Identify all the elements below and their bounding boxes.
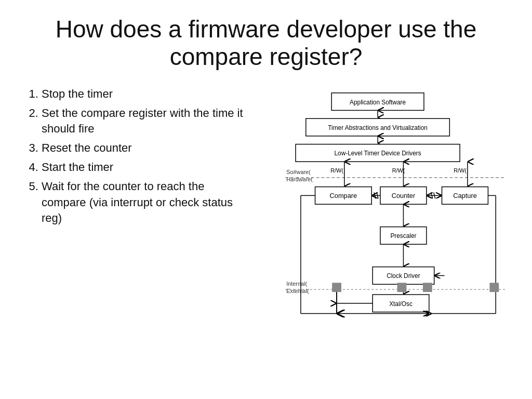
step-item-5: Wait for the counter to reach the compar… bbox=[42, 179, 244, 227]
slide: How does a firmware developer use the co… bbox=[0, 0, 532, 399]
svg-text:R/W(: R/W( bbox=[454, 167, 467, 174]
svg-text:Clock Driver: Clock Driver bbox=[387, 272, 420, 280]
svg-rect-50 bbox=[397, 283, 407, 292]
left-panel: Stop the timerSet the compare register w… bbox=[26, 86, 244, 230]
svg-text:Xtal/Osc: Xtal/Osc bbox=[389, 300, 413, 308]
svg-text:External(: External( bbox=[286, 288, 309, 294]
svg-text:Hardware(: Hardware( bbox=[286, 176, 313, 182]
svg-rect-48 bbox=[332, 283, 341, 292]
svg-rect-51 bbox=[423, 283, 432, 292]
step-item-2: Set the compare register with the time i… bbox=[42, 105, 244, 138]
content-area: Stop the timerSet the compare register w… bbox=[26, 86, 506, 336]
svg-text:Prescaler: Prescaler bbox=[390, 232, 416, 240]
svg-text:So#ware(: So#ware( bbox=[286, 169, 311, 175]
slide-title: How does a firmware developer use the co… bbox=[26, 16, 506, 71]
step-item-3: Reset the counter bbox=[42, 140, 244, 156]
svg-text:Low-Level Timer Device Drivers: Low-Level Timer Device Drivers bbox=[334, 150, 421, 157]
svg-text:Compare: Compare bbox=[329, 192, 357, 200]
svg-rect-52 bbox=[489, 283, 499, 292]
svg-text:Counter: Counter bbox=[392, 192, 416, 200]
step-item-1: Stop the timer bbox=[42, 86, 244, 102]
svg-text:Application Software: Application Software bbox=[350, 98, 406, 105]
svg-text:Timer Abstractions and Virtual: Timer Abstractions and Virtualization bbox=[328, 124, 428, 131]
step-item-4: Start the timer bbox=[42, 159, 244, 176]
steps-list: Stop the timerSet the compare register w… bbox=[26, 86, 244, 227]
diagram-area: Application Software Timer Abstractions … bbox=[255, 86, 506, 336]
svg-text:Capture: Capture bbox=[453, 192, 477, 200]
svg-text:Internal(: Internal( bbox=[286, 281, 307, 287]
svg-text:R/W(: R/W( bbox=[330, 167, 343, 174]
